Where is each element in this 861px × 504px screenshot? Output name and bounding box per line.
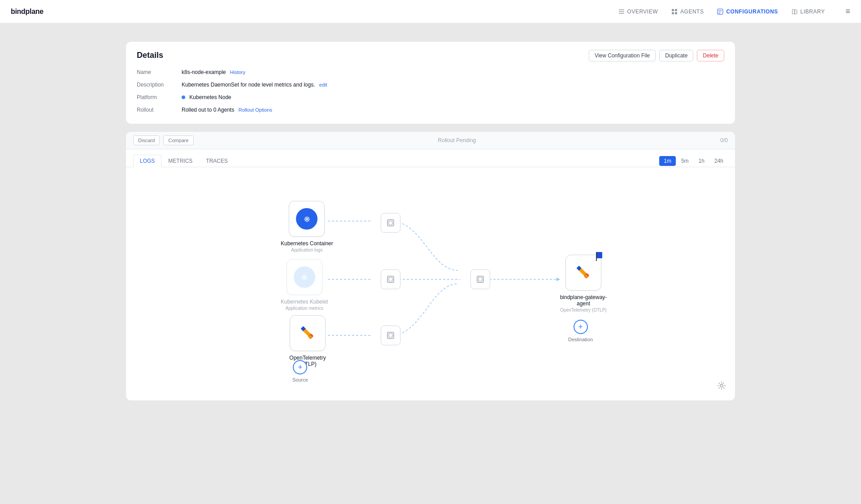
nav-configurations-label: CONFIGURATIONS	[726, 9, 778, 15]
destination-flag	[596, 252, 604, 262]
duplicate-button[interactable]: Duplicate	[659, 50, 693, 61]
processor-icon-3	[386, 331, 395, 340]
svg-point-27	[309, 335, 312, 338]
opentelemetry-box[interactable]	[290, 315, 326, 351]
svg-rect-2	[619, 13, 624, 14]
config-icon	[717, 9, 723, 15]
edit-link[interactable]: edit	[319, 82, 327, 87]
gear-icon	[717, 381, 726, 390]
k8s-container-processor[interactable]	[381, 213, 400, 233]
platform-dot	[182, 96, 185, 99]
add-source-button[interactable]: +	[293, 360, 307, 374]
processor-icon-merge	[476, 275, 485, 284]
processor-box-2[interactable]	[381, 269, 400, 289]
app-logo: bindplane	[11, 8, 43, 16]
destination-label: bindplane-gateway-agent	[557, 294, 610, 307]
add-source-label: Source	[292, 377, 308, 382]
nav-items: OVERVIEW AGENTS CONFIGURATIONS	[612, 6, 831, 17]
nav-item-agents[interactable]: AGENTS	[665, 6, 710, 17]
flag-icon	[596, 252, 604, 261]
svg-rect-6	[675, 12, 677, 14]
processor-icon-1	[386, 218, 395, 227]
k8s-container-box[interactable]: ⎈	[289, 201, 325, 237]
nav-overview-label: OVERVIEW	[627, 9, 658, 15]
svg-rect-9	[718, 12, 721, 12]
svg-rect-29	[389, 334, 392, 337]
svg-rect-21	[477, 276, 483, 282]
nav-agents-label: AGENTS	[680, 9, 704, 15]
rollout-value: Rolled out to 0 Agents Rollout Options	[182, 105, 724, 115]
main-content: View Configuration File Duplicate Delete…	[117, 32, 744, 410]
tab-traces[interactable]: TRACES	[199, 155, 235, 167]
time-1h[interactable]: 1h	[694, 156, 709, 166]
k8s-kubelet-processor[interactable]	[381, 269, 400, 289]
details-section: View Configuration File Duplicate Delete…	[126, 42, 735, 124]
svg-rect-19	[387, 276, 394, 282]
add-destination-button[interactable]: +	[574, 320, 588, 334]
k8s-kubelet-node[interactable]: ⎈ Kubernetes Kubelet Application metrics	[281, 259, 328, 311]
merge-processor[interactable]	[470, 269, 490, 289]
svg-rect-3	[672, 9, 674, 11]
rollout-status: Rollout Pending	[197, 137, 717, 143]
details-card: View Configuration File Duplicate Delete…	[126, 41, 735, 124]
svg-rect-5	[672, 12, 674, 14]
top-navigation: bindplane OVERVIEW AGENTS	[0, 0, 861, 23]
compare-button[interactable]: Compare	[163, 135, 193, 145]
nav-library-label: LIBRARY	[800, 9, 825, 15]
processor-box-1[interactable]	[381, 213, 400, 233]
processor-icon-2	[386, 275, 395, 284]
svg-rect-32	[596, 252, 597, 261]
otel-icon	[298, 323, 317, 343]
opentelemetry-node[interactable]: OpenTelemetry (OTLP)	[281, 315, 335, 367]
svg-rect-8	[718, 10, 722, 11]
time-filters: 1m 5m 1h 24h	[659, 156, 728, 166]
destination-icon	[574, 263, 593, 282]
k8s-kubelet-label: Kubernetes Kubelet	[281, 299, 328, 305]
k8s-container-label: Kubernetes Container	[281, 240, 333, 247]
k8s-container-icon: ⎈	[296, 208, 317, 230]
nav-item-library[interactable]: LIBRARY	[785, 6, 831, 17]
svg-rect-0	[619, 9, 624, 10]
k8s-container-sublabel: Application logs	[291, 248, 322, 252]
svg-rect-17	[387, 220, 394, 226]
time-24h[interactable]: 24h	[710, 156, 728, 166]
time-5m[interactable]: 5m	[677, 156, 693, 166]
list-icon	[618, 9, 625, 15]
otel-processor[interactable]	[381, 326, 400, 345]
svg-rect-1	[619, 11, 624, 12]
history-link[interactable]: History	[230, 70, 245, 75]
hamburger-menu[interactable]: ≡	[845, 7, 850, 16]
nav-item-configurations[interactable]: CONFIGURATIONS	[711, 6, 784, 17]
description-value: Kubernetes DaemonSet for node level metr…	[182, 80, 724, 90]
svg-rect-4	[675, 9, 677, 11]
svg-rect-10	[718, 13, 720, 13]
time-1m[interactable]: 1m	[659, 156, 676, 166]
k8s-container-node[interactable]: ⎈ Kubernetes Container Application logs	[281, 201, 333, 252]
rollout-label: Rollout	[137, 105, 182, 115]
tabs-bar: LOGS METRICS TRACES 1m 5m 1h 24h	[126, 149, 735, 167]
tab-metrics[interactable]: METRICS	[161, 155, 199, 167]
tab-logs[interactable]: LOGS	[133, 155, 161, 167]
svg-point-37	[720, 384, 723, 387]
description-label: Description	[137, 80, 182, 90]
nav-item-overview[interactable]: OVERVIEW	[612, 6, 664, 17]
processor-box-merge[interactable]	[470, 269, 490, 289]
destination-node[interactable]: bindplane-gateway-agent OpenTelemetry (O…	[557, 255, 610, 313]
details-actions: View Configuration File Duplicate Delete	[589, 50, 724, 61]
svg-rect-18	[389, 221, 392, 225]
svg-point-36	[585, 275, 587, 278]
discard-button[interactable]: Discard	[133, 135, 160, 145]
platform-label: Platform	[137, 92, 182, 102]
add-source-container: + Source	[292, 360, 308, 382]
delete-button[interactable]: Delete	[697, 50, 724, 61]
name-label: Name	[137, 67, 182, 77]
svg-rect-22	[478, 278, 482, 281]
settings-icon[interactable]	[717, 381, 726, 391]
processor-box-3[interactable]	[381, 326, 400, 345]
view-config-button[interactable]: View Configuration File	[589, 50, 656, 61]
k8s-kubelet-box[interactable]: ⎈	[287, 259, 322, 295]
rollout-options-link[interactable]: Rollout Options	[239, 107, 272, 113]
details-grid: Name k8s-node-example History Descriptio…	[137, 67, 724, 115]
book-icon	[791, 9, 798, 15]
tabs: LOGS METRICS TRACES	[133, 155, 235, 167]
